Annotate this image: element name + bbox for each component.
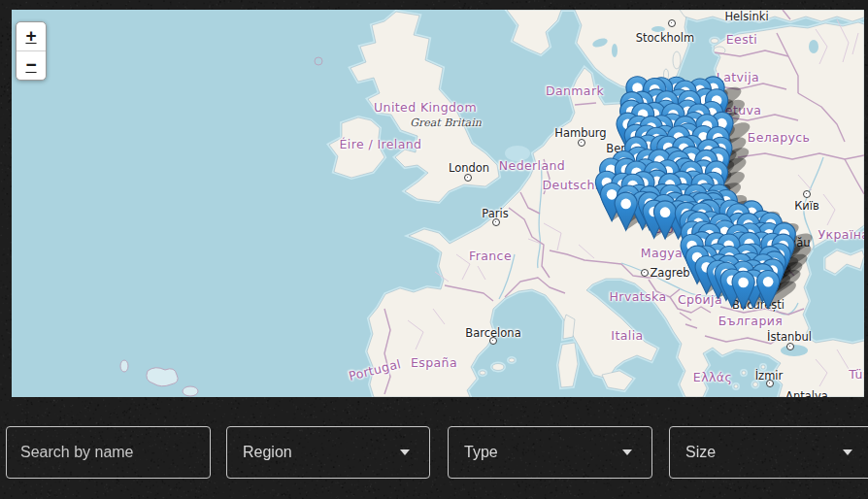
size-dropdown[interactable]: Size	[669, 426, 868, 479]
chevron-down-icon	[400, 449, 410, 455]
filter-bar: Region Type Size	[0, 397, 868, 499]
chevron-down-icon	[843, 449, 852, 455]
chevron-down-icon	[622, 449, 632, 455]
type-dropdown-label: Type	[464, 444, 622, 461]
region-dropdown-label: Region	[243, 444, 400, 461]
region-dropdown[interactable]: Region	[226, 426, 430, 479]
size-dropdown-label: Size	[685, 444, 843, 461]
type-dropdown[interactable]: Type	[448, 426, 652, 479]
zoom-in-button[interactable]: +	[17, 22, 46, 51]
zoom-out-button[interactable]: −	[17, 51, 46, 80]
map-canvas[interactable]: Éire / IrelandUnited KingdomFranceEspaña…	[12, 10, 864, 397]
map-markers[interactable]	[12, 10, 864, 397]
zoom-control: + −	[16, 21, 47, 81]
search-input[interactable]	[6, 426, 211, 479]
